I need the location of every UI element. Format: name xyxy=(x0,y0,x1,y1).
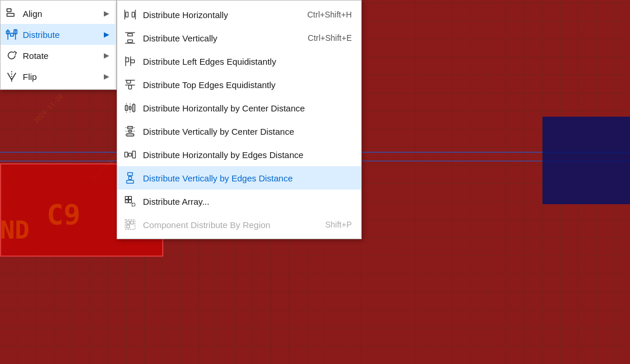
align-label: Align xyxy=(23,9,99,19)
svg-rect-17 xyxy=(126,58,129,62)
dist-left-icon xyxy=(123,54,137,68)
svg-rect-37 xyxy=(125,152,128,157)
svg-rect-42 xyxy=(128,173,132,176)
svg-rect-39 xyxy=(132,151,135,158)
pcb-component-blue xyxy=(542,117,630,204)
svg-rect-43 xyxy=(129,177,132,180)
rotate-icon xyxy=(5,49,18,62)
flip-arrow: ▶ xyxy=(104,72,109,80)
svg-rect-53 xyxy=(127,221,130,224)
svg-rect-13 xyxy=(128,34,132,36)
context-menu: Align ▶ Distribute ▶ xyxy=(0,0,117,90)
svg-rect-44 xyxy=(127,180,134,183)
dist-vedges-label: Distribute Vertically by Edges Distance xyxy=(143,173,346,183)
submenu-dist-left-edges[interactable]: Distribute Left Edges Equidistantly xyxy=(117,50,361,73)
submenu-dist-horizontally[interactable]: Distribute Horizontally Ctrl+Shift+H xyxy=(117,3,361,26)
menu-overlay: Align ▶ Distribute ▶ xyxy=(0,0,362,239)
svg-rect-9 xyxy=(126,12,128,17)
svg-rect-47 xyxy=(125,197,128,200)
dist-hcenter-icon xyxy=(123,101,137,115)
flip-icon xyxy=(5,70,18,83)
svg-rect-4 xyxy=(10,33,13,36)
submenu-dist-top-edges[interactable]: Distribute Top Edges Equidistantly xyxy=(117,73,361,96)
dist-array-label: Distribute Array... xyxy=(143,197,346,206)
svg-rect-50 xyxy=(129,200,132,203)
dist-vert-label: Distribute Vertically xyxy=(143,33,302,43)
dist-hedges-icon xyxy=(123,148,137,162)
svg-rect-51 xyxy=(132,203,135,206)
svg-rect-21 xyxy=(127,80,131,83)
dist-array-icon xyxy=(123,194,137,208)
svg-rect-22 xyxy=(129,85,132,89)
align-icon xyxy=(5,7,18,20)
submenu-dist-vertically[interactable]: Distribute Vertically Ctrl+Shift+E xyxy=(117,26,361,50)
dist-region-icon xyxy=(123,218,137,232)
dist-hcenter-label: Distribute Horizontally by Center Distan… xyxy=(143,103,346,113)
menu-item-flip[interactable]: Flip ▶ xyxy=(1,66,116,87)
menu-item-distribute[interactable]: Distribute ▶ xyxy=(1,24,116,45)
submenu-dist-horiz-center[interactable]: Distribute Horizontally by Center Distan… xyxy=(117,96,361,120)
dist-vert-shortcut: Ctrl+Shift+E xyxy=(308,33,352,43)
svg-rect-55 xyxy=(127,225,130,228)
dist-region-label: Component Distribute By Region xyxy=(143,220,319,230)
dist-vert-icon xyxy=(123,31,137,45)
dist-vedges-icon xyxy=(123,171,137,185)
submenu-dist-array[interactable]: Distribute Array... xyxy=(117,190,361,213)
dist-top-label: Distribute Top Edges Equidistantly xyxy=(143,80,346,90)
dist-left-label: Distribute Left Edges Equidistantly xyxy=(143,57,346,66)
svg-rect-54 xyxy=(131,221,134,224)
distribute-icon xyxy=(5,28,18,41)
dist-vcenter-icon xyxy=(123,124,137,138)
flip-label: Flip xyxy=(23,72,99,82)
svg-rect-14 xyxy=(128,40,132,42)
submenu-dist-region[interactable]: Component Distribute By Region Shift+P xyxy=(117,213,361,236)
rotate-label: Rotate xyxy=(23,51,99,61)
dist-region-shortcut: Shift+P xyxy=(325,220,352,229)
svg-rect-10 xyxy=(132,12,134,17)
align-arrow: ▶ xyxy=(104,9,109,18)
menu-item-align[interactable]: Align ▶ xyxy=(1,3,116,24)
dist-horiz-shortcut: Ctrl+Shift+H xyxy=(307,10,352,19)
svg-rect-38 xyxy=(129,153,132,156)
submenu-dist-vert-edges[interactable]: Distribute Vertically by Edges Distance xyxy=(117,166,361,190)
svg-rect-48 xyxy=(129,197,132,200)
svg-rect-1 xyxy=(7,13,14,16)
dist-hedges-label: Distribute Horizontally by Edges Distanc… xyxy=(143,150,346,160)
rotate-arrow: ▶ xyxy=(104,51,109,60)
dist-horiz-label: Distribute Horizontally xyxy=(143,10,302,20)
dist-top-icon xyxy=(123,78,137,92)
distribute-submenu: Distribute Horizontally Ctrl+Shift+H Dis… xyxy=(117,0,362,239)
submenu-dist-vert-center[interactable]: Distribute Vertically by Center Distance xyxy=(117,120,361,143)
svg-rect-0 xyxy=(7,9,11,12)
dist-vcenter-label: Distribute Vertically by Center Distance xyxy=(143,127,346,136)
distribute-label: Distribute xyxy=(23,30,99,40)
dist-horiz-icon xyxy=(123,8,137,22)
submenu-dist-horiz-edges[interactable]: Distribute Horizontally by Edges Distanc… xyxy=(117,143,361,166)
svg-rect-18 xyxy=(131,60,135,63)
menu-item-rotate[interactable]: Rotate ▶ xyxy=(1,45,116,66)
svg-rect-49 xyxy=(125,200,128,203)
distribute-arrow: ▶ xyxy=(104,30,109,38)
